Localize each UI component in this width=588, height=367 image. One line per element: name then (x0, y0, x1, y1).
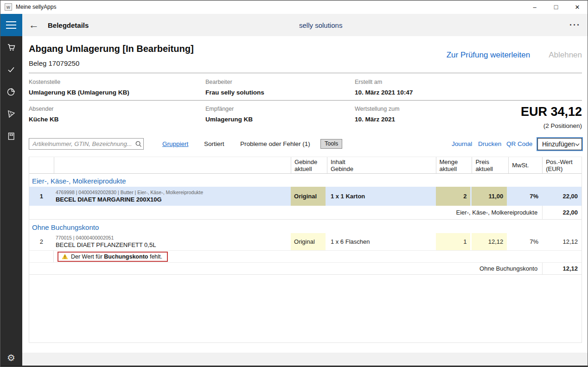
filter-gruppiert[interactable]: Gruppiert (162, 138, 188, 150)
cell-inhalt: 1 x 1 Karton (327, 187, 436, 206)
cell-gebinde: Original (291, 187, 326, 206)
field-wertstellung: Wertstellung zum 10. März 2021 (355, 106, 399, 123)
cell-mwst: 7% (508, 233, 542, 250)
positions-count: (2 Positionen) (543, 122, 582, 129)
cell-wert: 22,00 (542, 187, 582, 206)
filter-probleme[interactable]: Probleme oder Fehler (1) (240, 138, 310, 150)
drucken-link[interactable]: Drucken (478, 138, 501, 150)
search-box[interactable] (29, 138, 144, 150)
window-controls: – □ ✕ (524, 0, 588, 14)
pizza-slice-icon[interactable] (6, 109, 16, 119)
tools-button[interactable]: Tools (320, 139, 342, 149)
field-bearbeiter: Bearbeiter Frau selly solutions (205, 79, 264, 96)
field-empfaenger: Empfänger Umlagerung KB (205, 106, 253, 123)
positions-table: Gebindeaktuell InhaltGebinde Mengeaktuel… (29, 157, 582, 343)
header-gebinde: Gebindeaktuell (291, 157, 327, 173)
forward-for-review-link[interactable]: Zur Prüfung weiterleiten (447, 51, 530, 60)
header-pos-wert: Pos.-Wert(EUR) (542, 157, 582, 173)
cart-icon[interactable] (6, 43, 16, 52)
cell-inhalt: 1 x 6 Flaschen (327, 233, 436, 250)
header-preis: Preisaktuell (472, 157, 508, 173)
article-description: 4769998 | 04000492002830 | Butter | Eier… (54, 187, 291, 206)
row-number: 2 (29, 233, 54, 250)
row-number: 1 (29, 187, 54, 206)
back-button[interactable]: ← (29, 14, 39, 36)
qr-code-link[interactable]: QR Code (506, 138, 532, 150)
app-logo-icon: w (5, 3, 12, 11)
cell-preis: 11,00 (472, 187, 507, 206)
filter-sortiert[interactable]: Sortiert (204, 138, 224, 150)
journal-link[interactable]: Journal (452, 138, 472, 150)
group-subtotal-row: Eier-, Käse-, Molkereiprodukte 22,00 (29, 206, 582, 220)
cell-mwst: 7% (508, 187, 542, 206)
main-content: Abgang Umlagerung [In Bearbeitung] Beleg… (22, 36, 588, 367)
field-kostenstelle: Kostenstelle Umlagerung KB (Umlagerung K… (29, 79, 129, 96)
title-bar: w Meine sellyApps – □ ✕ (0, 0, 588, 14)
cell-menge: 2 (436, 187, 471, 206)
warning-row: Der Wert für Buchungskonto fehlt. (29, 251, 582, 263)
table-row[interactable]: 2 770015 | 04000400002051 BECEL DIAET PF… (29, 233, 582, 251)
hamburger-menu-button[interactable] (0, 14, 22, 36)
page-title: Belegdetails (48, 14, 89, 36)
validation-warning: Der Wert für Buchungskonto fehlt. (58, 252, 168, 262)
document-total: EUR 34,12 (521, 105, 582, 119)
field-erstellt-am: Erstellt am 10. März 2021 10:47 (355, 79, 413, 96)
cell-menge: 1 (436, 233, 471, 250)
cell-preis: 12,12 (472, 233, 507, 250)
book-icon[interactable] (6, 132, 16, 141)
table-header-row: Gebindeaktuell InhaltGebinde Mengeaktuel… (29, 157, 582, 174)
cell-gebinde: Original (291, 233, 326, 250)
close-button[interactable]: ✕ (567, 0, 588, 14)
maximize-button[interactable]: □ (545, 0, 567, 14)
document-number: Beleg 17079250 (29, 59, 79, 67)
document-title: Abgang Umlagerung [In Bearbeitung] (29, 44, 194, 54)
chevron-down-icon (575, 140, 580, 148)
group-header: Ohne Buchungskonto (29, 220, 582, 233)
minimize-button[interactable]: – (524, 0, 545, 14)
settings-gear-icon[interactable]: ⚙ (0, 353, 22, 362)
divider (29, 100, 582, 101)
sidebar: ⚙ (0, 36, 22, 367)
cell-wert: 12,12 (542, 233, 582, 250)
pie-chart-icon[interactable] (6, 87, 16, 96)
group-subtotal-row: Ohne Buchungskonto 12,12 (29, 263, 582, 275)
search-icon[interactable] (133, 140, 143, 147)
group-header: Eier-, Käse-, Molkereiprodukte (29, 174, 582, 187)
more-options-button[interactable]: ··· (569, 14, 581, 36)
article-description: 770015 | 04000400002051 BECEL DIAET PFLA… (54, 233, 291, 250)
search-input[interactable] (29, 140, 133, 147)
footer-bar (22, 353, 588, 366)
brand-title: selly solutions (299, 14, 342, 36)
header-mwst: MwSt. (508, 157, 542, 173)
divider (29, 73, 582, 73)
header-menge: Mengeaktuell (436, 157, 472, 173)
app-bar: ← Belegdetails selly solutions ··· (0, 14, 588, 36)
field-absender: Absender Küche KB (29, 106, 59, 123)
warning-triangle-icon (62, 253, 68, 259)
reject-link: Ablehnen (549, 51, 582, 60)
header-inhalt: InhaltGebinde (327, 157, 436, 173)
check-icon[interactable] (6, 65, 16, 74)
window-title: Meine sellyApps (16, 4, 56, 10)
hinzufuegen-dropdown[interactable]: Hinzufügen (537, 138, 582, 150)
table-row[interactable]: 1 4769998 | 04000492002830 | Butter | Ei… (29, 187, 582, 206)
toolbar: Gruppiert Sortiert Probleme oder Fehler … (29, 138, 582, 151)
